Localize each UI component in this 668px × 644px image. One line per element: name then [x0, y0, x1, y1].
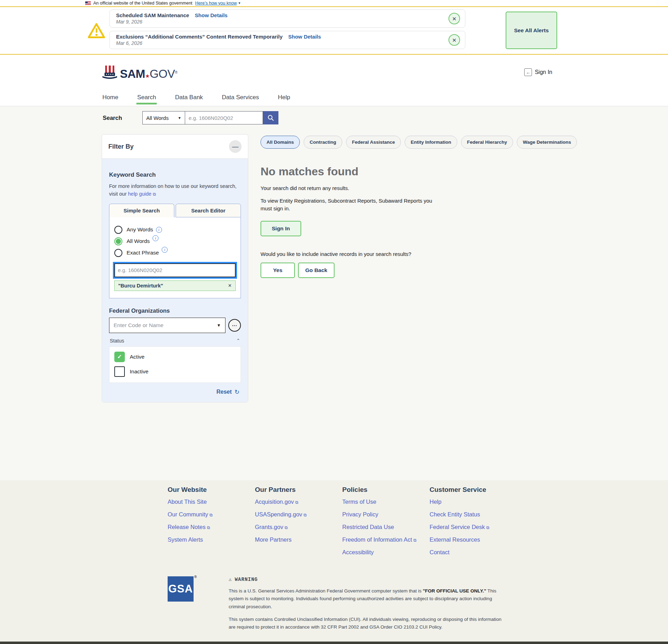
domain-tab-federal-hierarchy[interactable]: Federal Hierarchy [461, 136, 513, 149]
footer-link-about-this-site[interactable]: About This Site [168, 499, 255, 505]
warning-icon: ⚠ [229, 576, 232, 582]
footer-col-customer-service: Customer Service Help Check Entity Statu… [430, 486, 517, 562]
search-input[interactable] [185, 111, 263, 124]
external-link-icon: ⧉ [207, 525, 210, 530]
domain-tab-entity-information[interactable]: Entity Information [405, 136, 457, 149]
domain-tab-wage-determinations[interactable]: Wage Determinations [517, 136, 577, 149]
warning-title: WARNING [235, 577, 258, 582]
domain-tab-federal-assistance[interactable]: Federal Assistance [346, 136, 401, 149]
identity-footer: SAM.gov An official website of the U.S. … [0, 642, 668, 644]
sign-in-icon: ← [524, 68, 532, 76]
federal-orgs-heading: Federal Organizations [109, 307, 241, 314]
footer-link-accessibility[interactable]: Accessibility [342, 549, 430, 556]
keyword-chip: "Burcu Demirturk" ✕ [114, 280, 236, 291]
info-icon[interactable]: i [153, 235, 158, 241]
go-back-button[interactable]: Go Back [298, 263, 335, 278]
footer-link-contact[interactable]: Contact [430, 549, 517, 556]
search-bar: Search All Words ▼ [0, 106, 668, 124]
radio-exact-phrase-label: Exact Phrase [127, 250, 159, 256]
help-guide-link[interactable]: help guide [128, 191, 151, 197]
nav-item-home[interactable]: Home [102, 90, 119, 106]
see-all-alerts-button[interactable]: See All Alerts [506, 12, 557, 49]
footer-link-privacy-policy[interactable]: Privacy Policy [342, 511, 430, 518]
status-options: ✓ Active Inactive [109, 346, 241, 383]
chevron-down-icon: ▼ [178, 116, 181, 120]
footer-link-external-resources[interactable]: External Resources [430, 536, 517, 543]
site-header: SAM★GOV® ← Sign In [0, 55, 668, 90]
sam-gov-logo[interactable]: SAM★GOV® [102, 65, 177, 80]
yes-button[interactable]: Yes [261, 263, 295, 278]
sign-in-button[interactable]: Sign In [261, 221, 301, 236]
footer-link-system-alerts[interactable]: System Alerts [168, 536, 255, 543]
include-inactive-question: Would you like to include inactive recor… [261, 251, 559, 257]
warning-paragraph-2: This system contains Controlled Unclassi… [229, 616, 509, 631]
nav-item-data-services[interactable]: Data Services [221, 90, 260, 106]
external-link-icon: ⧉ [285, 525, 288, 530]
main-nav: Home Search Data Bank Data Services Help [0, 90, 668, 106]
sign-in-link[interactable]: ← Sign In [524, 68, 552, 76]
checkbox-active-label: Active [130, 354, 144, 360]
tab-simple-search[interactable]: Simple Search [109, 204, 174, 217]
footer-heading: Policies [342, 486, 430, 494]
chevron-up-icon[interactable]: ⌃ [236, 338, 240, 343]
warning-block: ⚠ WARNING This is a U.S. General Service… [229, 576, 509, 631]
more-options-button[interactable]: ... [228, 319, 241, 332]
reset-icon[interactable]: ↻ [235, 388, 239, 396]
alert-date: Mar 9, 2026 [116, 19, 440, 25]
nav-item-data-bank[interactable]: Data Bank [174, 90, 203, 106]
footer-link-restricted-data-use[interactable]: Restricted Data Use [342, 524, 430, 530]
domain-tab-contracting[interactable]: Contracting [304, 136, 342, 149]
chevron-down-icon: ▼ [217, 323, 221, 328]
no-matches-heading: No matches found [261, 165, 559, 178]
reset-link[interactable]: Reset [216, 389, 232, 395]
info-icon[interactable]: i [162, 247, 168, 253]
footer-link-more-partners[interactable]: More Partners [255, 536, 342, 543]
alerts-section: Scheduled SAM Maintenance Show Details M… [0, 7, 668, 55]
chip-close-icon[interactable]: ✕ [228, 283, 232, 288]
footer-link-release-notes[interactable]: Release Notes⧉ [168, 524, 255, 530]
alert-title: Scheduled SAM Maintenance [116, 12, 189, 18]
radio-exact-phrase[interactable] [114, 249, 122, 257]
show-details-link[interactable]: Show Details [288, 34, 321, 40]
footer-heading: Customer Service [430, 486, 517, 494]
footer-link-help[interactable]: Help [430, 499, 517, 505]
search-mode-select[interactable]: All Words ▼ [142, 111, 185, 124]
content-area: Search All Words ▼ Filter By — Keyword S… [0, 106, 668, 480]
filter-panel: Filter By — Keyword Search For more info… [102, 134, 248, 402]
how-you-know-link[interactable]: Here’s how you know [195, 1, 237, 6]
tab-search-editor[interactable]: Search Editor [176, 204, 241, 217]
alert-item: Exclusions “Additional Comments” Content… [109, 31, 465, 49]
footer-link-terms-of-use[interactable]: Terms of Use [342, 499, 430, 505]
footer-link-check-entity-status[interactable]: Check Entity Status [430, 511, 517, 518]
footer-link-federal-service-desk[interactable]: Federal Service Desk⧉ [430, 524, 517, 530]
footer-heading: Our Partners [255, 486, 342, 494]
chevron-down-icon: ▼ [238, 1, 241, 5]
search-icon [267, 114, 274, 121]
simple-search-content: Any Words i All Words i Exact Phrase i [109, 217, 241, 298]
external-link-icon: ⧉ [304, 513, 307, 517]
footer-link-grants-gov[interactable]: Grants.gov⧉ [255, 524, 342, 530]
nav-item-search[interactable]: Search [136, 90, 157, 106]
search-button[interactable] [263, 111, 278, 124]
footer-link-our-community[interactable]: Our Community⧉ [168, 511, 255, 518]
status-label: Status [110, 338, 124, 344]
alert-item: Scheduled SAM Maintenance Show Details M… [109, 9, 465, 28]
federal-orgs-select[interactable]: Enter Code or Name ▼ [109, 318, 225, 333]
footer-link-acquisition-gov[interactable]: Acquisition.gov⧉ [255, 499, 342, 505]
nav-item-help[interactable]: Help [277, 90, 291, 106]
radio-any-words[interactable] [114, 226, 122, 234]
footer-link-foia[interactable]: Freedom of Information Act⧉ [342, 536, 430, 543]
collapse-filter-button[interactable]: — [229, 140, 242, 153]
us-flag-icon [85, 1, 91, 5]
show-details-link[interactable]: Show Details [195, 12, 228, 18]
checkbox-inactive[interactable] [114, 366, 125, 377]
footer-link-usaspending-gov[interactable]: USASpending.gov⧉ [255, 511, 342, 518]
radio-all-words[interactable] [114, 237, 122, 245]
keyword-input[interactable] [114, 263, 236, 277]
close-icon[interactable]: ✕ [448, 34, 460, 46]
close-icon[interactable]: ✕ [448, 13, 460, 25]
info-icon[interactable]: i [156, 227, 162, 233]
checkbox-active[interactable]: ✓ [114, 352, 125, 362]
domain-tab-all-domains[interactable]: All Domains [261, 136, 300, 149]
external-link-icon: ⧉ [210, 513, 213, 517]
